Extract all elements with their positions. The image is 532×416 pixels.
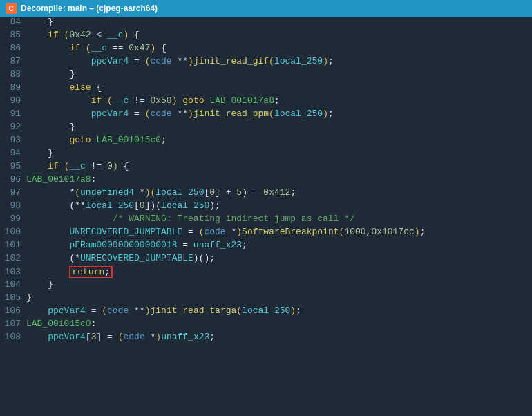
code-line: 106 ppcVar4 = (code **)jinit_read_targa(… bbox=[0, 305, 532, 319]
title-icon: C bbox=[6, 3, 17, 14]
code-line-label: 96 LAB_001017a8: bbox=[0, 174, 532, 187]
code-line: 85 if (0x42 < __c) { bbox=[0, 30, 532, 43]
code-line: 90 if (__c != 0x50) goto LAB_001017a8; bbox=[0, 95, 532, 108]
code-line: 98 (**local_250[0])(local_250); bbox=[0, 200, 532, 214]
code-line: 91 ppcVar4 = (code **)jinit_read_ppm(loc… bbox=[0, 108, 532, 122]
window-title: Decompile: main – (cjpeg-aarch64) bbox=[21, 3, 158, 13]
code-container[interactable]: 84 } 85 if (0x42 < __c) { 86 if (__c == … bbox=[0, 17, 532, 416]
code-line: 86 if (__c == 0x47) { bbox=[0, 43, 532, 56]
code-line: 105 } bbox=[0, 292, 532, 305]
code-line: 104 } bbox=[0, 279, 532, 292]
code-line: 108 ppcVar4[3] = (code *)unaff_x23; bbox=[0, 332, 532, 345]
code-line-return: 103 return; bbox=[0, 266, 532, 279]
code-line: 97 *(undefined4 *)(local_250[0] + 5) = 0… bbox=[0, 187, 532, 200]
code-line: 100 UNRECOVERED_JUMPTABLE = (code *)Soft… bbox=[0, 227, 532, 240]
code-line: 92 } bbox=[0, 122, 532, 135]
code-line: 84 } bbox=[0, 17, 532, 30]
code-line-label: 107 LAB_001015c0: bbox=[0, 319, 532, 332]
code-line: 93 goto LAB_001015c0; bbox=[0, 135, 532, 148]
code-line: 89 else { bbox=[0, 82, 532, 95]
code-line: 87 ppcVar4 = (code **)jinit_read_gif(loc… bbox=[0, 56, 532, 69]
code-line: 102 (*UNRECOVERED_JUMPTABLE)(); bbox=[0, 253, 532, 266]
code-line: 95 if (__c != 0) { bbox=[0, 161, 532, 174]
code-line: 101 pFRam000000000000018 = unaff_x23; bbox=[0, 240, 532, 253]
code-line: 94 } bbox=[0, 148, 532, 161]
code-line: 88 } bbox=[0, 69, 532, 82]
code-line-comment: 99 /* WARNING: Treating indirect jump as… bbox=[0, 214, 532, 227]
title-bar: C Decompile: main – (cjpeg-aarch64) bbox=[0, 0, 532, 17]
return-highlight: return; bbox=[69, 266, 113, 278]
